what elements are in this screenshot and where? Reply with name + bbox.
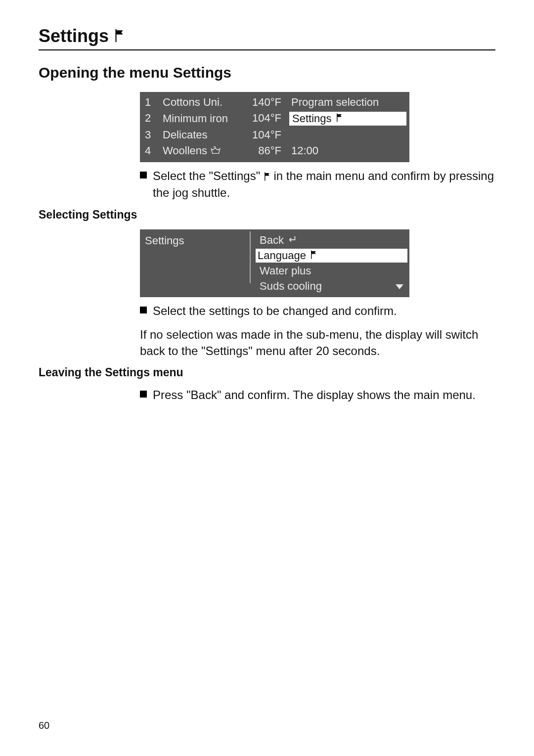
- lcd2-right: Back Language Water plus Suds cooling: [251, 229, 409, 297]
- option-suds-cooling[interactable]: Suds cooling: [258, 279, 405, 293]
- prog-num: 4: [145, 144, 160, 157]
- return-arrow-icon: [287, 234, 297, 247]
- flag-icon: [114, 26, 125, 46]
- selected-settings-row[interactable]: Settings: [289, 112, 406, 126]
- manual-page: Settings Opening the menu Settings 1 Cot…: [0, 0, 534, 756]
- lcd2-title: Settings: [145, 234, 184, 247]
- prog-temp: 104°F: [245, 112, 284, 126]
- flag-icon: [264, 169, 270, 185]
- prog-temp: 86°F: [245, 144, 284, 157]
- page-header: Settings: [39, 26, 495, 50]
- option-language[interactable]: Language: [256, 249, 407, 263]
- side-program-selection: Program selection: [287, 96, 404, 109]
- prog-num: 2: [145, 112, 160, 126]
- prog-name: Cottons Uni.: [163, 96, 242, 109]
- side-empty: [287, 129, 404, 141]
- prog-num: 3: [145, 129, 160, 141]
- instruction-bullet: Select the settings to be changed and co…: [140, 303, 495, 319]
- section-opening-title: Opening the menu Settings: [39, 64, 495, 81]
- flag-icon: [336, 112, 343, 125]
- handwash-icon: [210, 146, 221, 155]
- section-selecting-heading: Selecting Settings: [39, 208, 495, 222]
- header-title: Settings: [39, 26, 109, 46]
- side-settings-selected: Settings: [287, 112, 404, 126]
- prog-num: 1: [145, 96, 160, 109]
- square-bullet-icon: [140, 307, 147, 313]
- side-time: 12:00: [287, 144, 404, 157]
- prog-temp: 104°F: [245, 129, 284, 141]
- lcd-settings-submenu: Settings Back Language Water plus: [140, 229, 409, 297]
- flag-icon: [310, 249, 317, 262]
- scroll-down-icon[interactable]: [395, 280, 404, 293]
- square-bullet-icon: [140, 391, 147, 398]
- section-leaving-heading: Leaving the Settings menu: [39, 366, 495, 379]
- lcd-program-selection: 1 Cottons Uni. 140°F Program selection 2…: [140, 92, 409, 162]
- square-bullet-icon: [140, 172, 147, 178]
- back-option[interactable]: Back: [258, 233, 405, 247]
- option-water-plus[interactable]: Water plus: [258, 264, 405, 278]
- instruction-bullet: Select the "Settings" in the main menu a…: [140, 168, 495, 201]
- lcd2-left: Settings: [140, 229, 250, 297]
- info-paragraph: If no selection was made in the sub-menu…: [140, 327, 495, 359]
- prog-name: Delicates: [163, 129, 242, 141]
- page-number: 60: [39, 720, 49, 731]
- prog-name: Minimum iron: [163, 112, 242, 126]
- instruction-text: Press "Back" and confirm. The display sh…: [153, 387, 495, 403]
- instruction-bullet: Press "Back" and confirm. The display sh…: [140, 387, 495, 403]
- instruction-text: Select the "Settings" in the main menu a…: [153, 168, 495, 201]
- prog-temp: 140°F: [245, 96, 284, 109]
- prog-name: Woollens: [163, 144, 242, 157]
- instruction-text: Select the settings to be changed and co…: [153, 303, 495, 319]
